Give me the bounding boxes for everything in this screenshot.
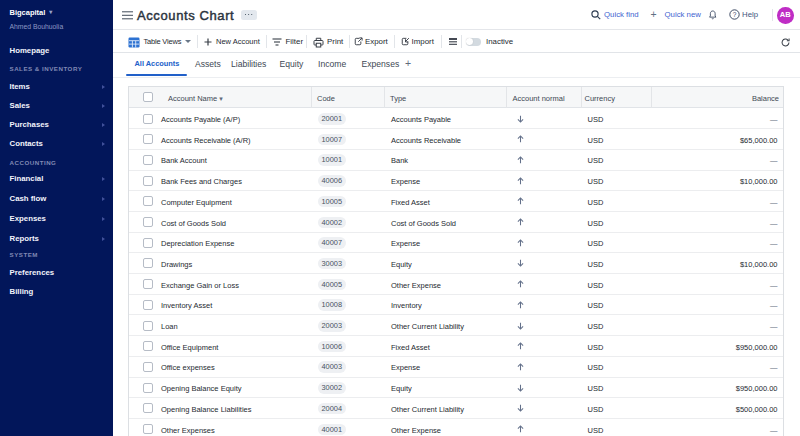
svg-text:?: ? <box>732 11 736 18</box>
